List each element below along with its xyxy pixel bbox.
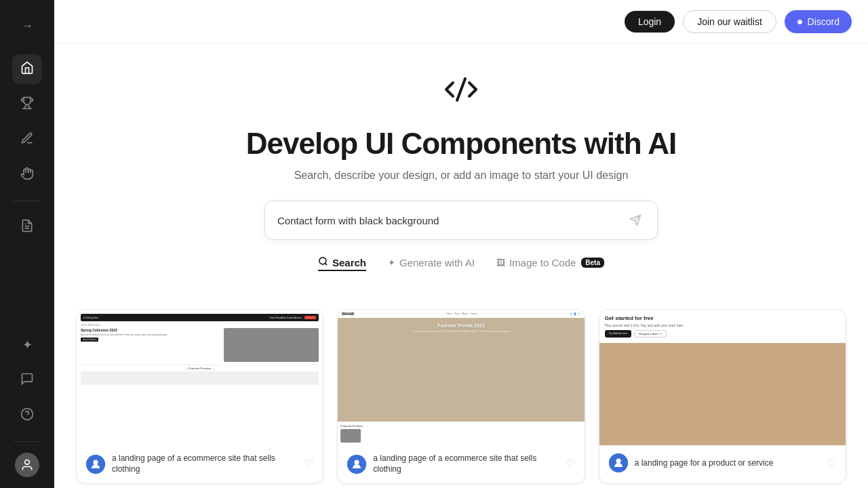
tab-image-to-code[interactable]: 🖼 Image to Code Beta: [496, 254, 604, 271]
svg-line-8: [325, 264, 327, 266]
card-1-like[interactable]: ♡: [304, 458, 313, 470]
arrow-icon: →: [21, 19, 33, 33]
svg-point-14: [616, 459, 620, 464]
document-icon: [20, 219, 34, 236]
card-1-avatar: [86, 455, 105, 474]
hero-title: Develop UI Components with AI: [246, 127, 676, 160]
cards-grid: E-Clothing Store Home Shop About Contact…: [65, 309, 857, 488]
card-2[interactable]: BRAND HomeShopAboutContact 🔍👤🛒 Fashion T…: [337, 309, 585, 483]
search-tab-label: Search: [332, 257, 366, 268]
search-input[interactable]: [277, 215, 626, 226]
image-tab-icon: 🖼: [496, 258, 505, 268]
discord-button[interactable]: ● Discord: [785, 10, 852, 33]
login-button[interactable]: Login: [625, 11, 675, 33]
card-1-label: a landing page of a ecommerce site that …: [112, 453, 302, 474]
card-2-preview: BRAND HomeShopAboutContact 🔍👤🛒 Fashion T…: [338, 310, 584, 445]
sidebar-nav: →: [12, 11, 42, 330]
sidebar-item-trophy[interactable]: [12, 89, 42, 119]
card-3-preview: Get started for free Play around with it…: [599, 310, 846, 445]
beta-badge: Beta: [581, 258, 604, 268]
sidebar-item-home[interactable]: [12, 54, 42, 84]
image-tab-label: Image to Code: [509, 257, 576, 268]
card-2-label: a landing page of a ecommerce site that …: [373, 453, 563, 474]
svg-point-7: [319, 258, 326, 264]
card-3[interactable]: Get started for free Play around with it…: [599, 309, 846, 483]
user-avatar[interactable]: [15, 453, 39, 477]
sidebar-item-star[interactable]: ✦: [12, 330, 42, 360]
sidebar-bottom: ✦: [12, 330, 42, 477]
search-bar: [264, 201, 658, 240]
main-content: Develop UI Components with AI Search, de…: [54, 0, 868, 488]
card-1-preview: E-Clothing Store Home Shop About Contact…: [77, 310, 323, 445]
card-1-info: a landing page of a ecommerce site that …: [86, 453, 302, 474]
tab-generate[interactable]: ✦ Generate with AI: [388, 254, 475, 271]
sidebar-item-help[interactable]: [12, 401, 42, 430]
sidebar-item-chat[interactable]: [12, 365, 42, 395]
svg-point-4: [25, 460, 30, 465]
card-2-info: a landing page of a ecommerce site that …: [347, 453, 563, 474]
sidebar-divider: [14, 201, 41, 201]
card-3-like[interactable]: ♡: [827, 457, 836, 470]
card-2-like[interactable]: ♡: [566, 458, 575, 470]
help-icon: [20, 407, 34, 424]
search-container: [264, 201, 658, 240]
card-3-info: a landing page for a product or service: [609, 453, 774, 472]
card-2-footer: a landing page of a ecommerce site that …: [338, 445, 584, 483]
cards-container: E-Clothing Store Home Shop About Contact…: [54, 309, 868, 488]
sidebar-item-document[interactable]: [12, 212, 42, 242]
star-icon: ✦: [22, 338, 33, 352]
app-logo: [439, 68, 483, 114]
svg-point-10: [94, 460, 98, 464]
sidebar: →: [0, 0, 54, 488]
generate-tab-icon: ✦: [388, 258, 395, 268]
card-1-footer: a landing page of a ecommerce site that …: [77, 445, 323, 483]
tab-search[interactable]: Search: [318, 253, 366, 271]
card-3-label: a landing page for a product or service: [635, 458, 774, 469]
feather-icon: [20, 131, 34, 148]
sidebar-bottom-divider: [14, 441, 41, 442]
card-1[interactable]: E-Clothing Store Home Shop About Contact…: [76, 309, 323, 483]
sidebar-item-edit[interactable]: [12, 125, 42, 155]
home-icon: [20, 61, 34, 78]
search-tab-icon: [318, 256, 328, 268]
hero-section: Develop UI Components with AI Search, de…: [54, 0, 868, 309]
header: Login Join our waitlist ● Discord: [54, 0, 868, 43]
send-button[interactable]: [626, 211, 645, 230]
chat-icon: [20, 372, 34, 389]
waitlist-button[interactable]: Join our waitlist: [683, 10, 776, 33]
trophy-icon: [20, 96, 34, 113]
card-3-footer: a landing page for a product or service …: [599, 445, 846, 481]
hand-icon: [20, 167, 34, 184]
generate-tab-label: Generate with AI: [399, 257, 475, 268]
svg-point-12: [355, 460, 359, 464]
card-2-avatar: [347, 455, 366, 474]
sidebar-item-hand[interactable]: [12, 160, 42, 190]
search-tabs: Search ✦ Generate with AI 🖼 Image to Cod…: [318, 253, 604, 271]
discord-icon: ●: [797, 16, 804, 28]
nav-arrow[interactable]: →: [12, 11, 42, 41]
hero-subtitle: Search, describe your design, or add an …: [294, 169, 629, 182]
card-3-avatar: [609, 453, 628, 472]
